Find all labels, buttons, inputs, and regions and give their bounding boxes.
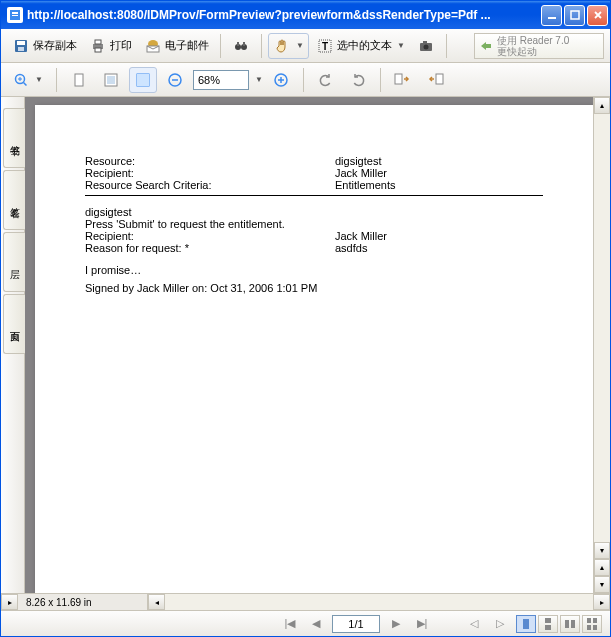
rotate-cw-icon	[349, 71, 367, 89]
separator	[446, 34, 447, 58]
minus-circle-icon	[166, 71, 184, 89]
email-icon	[144, 37, 162, 55]
save-copy-button[interactable]: 保存副本	[7, 33, 82, 59]
next-page-button[interactable]: ▶	[386, 614, 406, 634]
svg-rect-5	[18, 47, 24, 51]
minimize-button[interactable]	[541, 5, 562, 26]
field-value: asdfds	[335, 242, 543, 254]
hscroll-left-button[interactable]: ◂	[148, 594, 165, 610]
fit-page-button[interactable]	[65, 67, 93, 93]
rotate-cw-button[interactable]	[344, 67, 372, 93]
svg-rect-35	[587, 618, 591, 623]
scroll-page-down-button[interactable]: ▼	[594, 576, 610, 593]
reader-line1: 使用 Reader 7.0	[497, 35, 569, 46]
hand-tool-button[interactable]: ▼	[268, 33, 309, 59]
scroll-down-button[interactable]: ▾	[594, 542, 610, 559]
field-value: Entitlements	[335, 179, 543, 191]
svg-rect-25	[137, 74, 149, 86]
vertical-scrollbar[interactable]: ▴ ▾ ▲ ▼	[593, 97, 610, 593]
prev-page-button[interactable]: ◀	[306, 614, 326, 634]
reflow-button[interactable]	[389, 67, 417, 93]
text-select-button[interactable]: T 选中的文本 ▼	[311, 33, 410, 59]
reflow-back-button[interactable]	[421, 67, 449, 93]
continuous-view-button[interactable]	[538, 615, 558, 633]
page-width-icon	[102, 71, 120, 89]
separator	[380, 68, 381, 92]
promise-text: I promise…	[85, 264, 543, 276]
reader-upgrade-panel[interactable]: 使用 Reader 7.0 更快起动	[474, 33, 604, 59]
actual-size-button[interactable]	[129, 67, 157, 93]
chevron-down-icon: ▼	[296, 41, 304, 50]
sidebar-tab-signatures[interactable]: 签名	[3, 170, 25, 230]
window-controls	[541, 5, 608, 26]
scroll-track[interactable]	[594, 114, 610, 542]
page-size-label: 8.26 x 11.69 in	[18, 594, 148, 610]
text-select-icon: T	[316, 37, 334, 55]
zoom-input[interactable]	[193, 70, 249, 90]
field-value: digsigtest	[335, 155, 543, 167]
scroll-page-up-button[interactable]: ▲	[594, 559, 610, 576]
horizontal-scroll-row: ▸ 8.26 x 11.69 in ◂ ▸	[1, 593, 610, 610]
plus-circle-icon	[272, 71, 290, 89]
maximize-button[interactable]	[564, 5, 585, 26]
svg-rect-37	[587, 625, 591, 630]
toolbar-zoom: ▼ ▼	[1, 63, 610, 97]
main-area: 书签 签名 层 页面 Resource:digsigtest Recipient…	[1, 97, 610, 593]
titlebar-url: http://localhost:8080/IDMProv/FormPrevie…	[27, 8, 541, 22]
page-number-input[interactable]	[332, 615, 380, 633]
svg-rect-4	[17, 41, 25, 45]
svg-rect-34	[571, 620, 575, 628]
sidebar-tab-pages[interactable]: 页面	[3, 294, 25, 354]
side-tabs: 书签 签名 层 页面	[1, 97, 25, 593]
back-button[interactable]: ◁	[464, 614, 484, 634]
app-window: http://localhost:8080/IDMProv/FormPrevie…	[0, 0, 611, 637]
facing-view-button[interactable]	[560, 615, 580, 633]
email-label: 电子邮件	[165, 38, 209, 53]
close-button[interactable]	[587, 5, 608, 26]
zoom-tool-button[interactable]: ▼	[7, 67, 48, 93]
field-value: Jack Miller	[335, 230, 543, 242]
chevron-down-icon[interactable]: ▼	[255, 75, 263, 84]
rotate-ccw-button[interactable]	[312, 67, 340, 93]
svg-rect-8	[95, 48, 101, 52]
hscroll-track[interactable]	[165, 594, 593, 610]
field-label: Resource:	[85, 155, 335, 167]
sidebar-tab-layers[interactable]: 层	[3, 232, 25, 292]
search-button[interactable]	[227, 33, 255, 59]
fit-width-button[interactable]	[97, 67, 125, 93]
svg-rect-1	[548, 17, 556, 19]
svg-point-18	[423, 44, 428, 49]
forward-button[interactable]: ▷	[490, 614, 510, 634]
continuous-facing-view-button[interactable]	[582, 615, 602, 633]
scroll-up-button[interactable]: ▴	[594, 97, 610, 114]
document-scroll-area[interactable]: Resource:digsigtest Recipient:Jack Mille…	[25, 97, 593, 593]
first-page-button[interactable]: |◀	[280, 614, 300, 634]
zoom-out-button[interactable]	[161, 67, 189, 93]
print-label: 打印	[110, 38, 132, 53]
sidebar-tab-bookmarks[interactable]: 书签	[3, 108, 25, 168]
hand-icon	[273, 37, 291, 55]
binoculars-icon	[232, 37, 250, 55]
toolbar-main: 保存副本 打印 电子邮件 ▼ T 选中的文本 ▼	[1, 29, 610, 63]
hscroll-info-toggle[interactable]: ▸	[1, 594, 18, 610]
field-label: Reason for request: *	[85, 242, 335, 254]
hscroll-right-button[interactable]: ▸	[593, 594, 610, 610]
print-button[interactable]: 打印	[84, 33, 137, 59]
svg-rect-28	[395, 74, 402, 84]
svg-rect-29	[436, 74, 443, 84]
reader-line2: 更快起动	[497, 46, 569, 57]
snapshot-button[interactable]	[412, 33, 440, 59]
zoom-in-button[interactable]	[267, 67, 295, 93]
bottom-nav-bar: |◀ ◀ ▶ ▶| ◁ ▷	[1, 610, 610, 636]
pdf-page: Resource:digsigtest Recipient:Jack Mille…	[35, 105, 593, 593]
email-button[interactable]: 电子邮件	[139, 33, 214, 59]
svg-rect-7	[95, 40, 101, 44]
printer-icon	[89, 37, 107, 55]
separator	[261, 34, 262, 58]
rotate-ccw-icon	[317, 71, 335, 89]
single-page-view-button[interactable]	[516, 615, 536, 633]
titlebar: http://localhost:8080/IDMProv/FormPrevie…	[1, 1, 610, 29]
last-page-button[interactable]: ▶|	[412, 614, 432, 634]
svg-rect-14	[243, 42, 245, 46]
separator	[56, 68, 57, 92]
